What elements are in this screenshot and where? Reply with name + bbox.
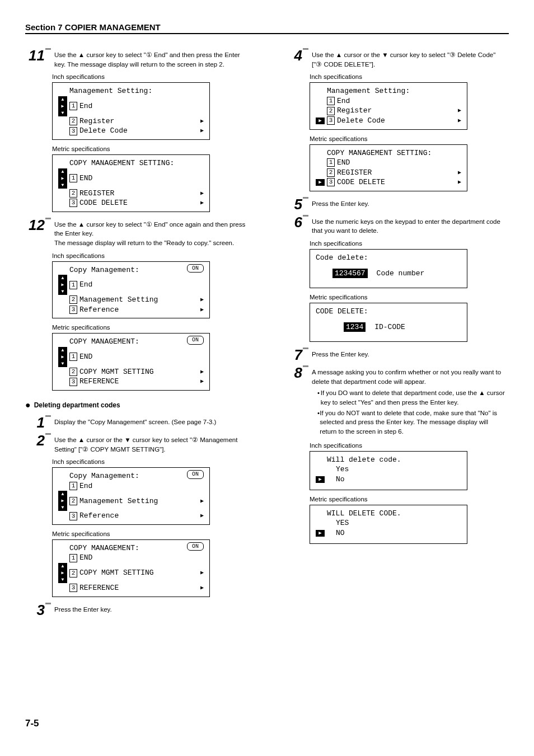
triangle-icon: ▶ xyxy=(200,190,204,198)
spec-label-inch: Inch specifications xyxy=(52,252,249,259)
lcd-title: COPY MANAGEMENT SETTING: xyxy=(327,148,432,158)
step-text-main: A message asking you to confirm whether … xyxy=(312,369,501,385)
step-accent-icon xyxy=(45,603,51,604)
step-8: 8 A message asking you to confirm whethe… xyxy=(283,365,507,438)
lcd-line: No xyxy=(336,475,345,485)
triangle-icon: ▶ xyxy=(200,378,204,386)
step-accent-icon xyxy=(45,218,51,219)
spec-label-inch: Inch specifications xyxy=(310,442,507,449)
lcd-line: END xyxy=(337,158,350,168)
box-1-icon: 1 xyxy=(69,353,77,361)
spec-label-inch: Inch specifications xyxy=(52,73,249,80)
step-text: Use the ▲ cursor key to select "① End" o… xyxy=(54,218,249,248)
lcd-step8-inch: Will delete code. Yes ▶No xyxy=(310,451,467,490)
step-text-1: Use the ▲ cursor key to select "① End" o… xyxy=(54,221,245,237)
step-number: 5 xyxy=(294,197,302,212)
lcd-line: Reference xyxy=(79,305,119,315)
lcd-step4-inch: Management Setting: 1End 2Register▶ ▶3De… xyxy=(310,82,467,129)
spec-label-metric: Metric specifications xyxy=(310,135,507,142)
triangle-icon: ▶ xyxy=(200,368,204,376)
step-number: 7 xyxy=(294,348,302,362)
lcd-line: End xyxy=(79,481,92,491)
box-2-icon: 2 xyxy=(327,107,335,115)
lcd-code-label: ID-CODE xyxy=(374,322,405,332)
lcd-step11-inch: Management Setting: ▲▶▼1End 2Register▶ 3… xyxy=(52,82,210,140)
box-1-icon: 1 xyxy=(69,102,77,110)
box-1-icon: 1 xyxy=(69,554,77,562)
box-3-icon: 3 xyxy=(69,127,77,135)
lcd-line: Register xyxy=(79,116,114,126)
lcd-line: CODE DELETE xyxy=(79,198,128,208)
triangle-icon: ▶ xyxy=(458,169,461,177)
step-4: 4 Use the ▲ cursor or the ▼ cursor key t… xyxy=(283,48,507,69)
step-text: A message asking you to confirm whether … xyxy=(312,365,507,438)
lcd-step2-metric: ON COPY MANAGEMENT: 1END ▲▶▼2COPY MGMT S… xyxy=(52,539,210,597)
lcd-code-label: Code number xyxy=(377,269,425,279)
step-text: Use the ▲ cursor or the ▼ cursor key to … xyxy=(54,433,249,454)
lcd-line: Management Setting xyxy=(79,295,158,305)
subheading-deleting: ●Deleting department codes xyxy=(25,401,249,410)
bullet-2: If you do NOT want to delete that code, … xyxy=(320,408,507,436)
box-3-icon: 3 xyxy=(69,306,77,314)
lcd-line: Yes xyxy=(336,464,349,475)
step-number: 8 xyxy=(294,365,302,380)
lcd-line: Delete Code xyxy=(79,126,128,136)
box-3-icon: 3 xyxy=(69,584,77,592)
subheading-text: Deleting department codes xyxy=(34,401,120,409)
box-2-icon: 2 xyxy=(69,117,77,125)
section-title: Section 7 COPIER MANAGEMENT xyxy=(25,22,509,34)
lcd-line: End xyxy=(337,96,350,106)
lcd-line: CODE DELETE xyxy=(337,177,385,187)
step-6: 6 Use the numeric keys on the keypad to … xyxy=(283,215,507,236)
cursor-icon: ▶ xyxy=(316,476,325,483)
lcd-title: Management Setting: xyxy=(327,86,410,96)
lcd-line: Register xyxy=(337,106,372,116)
step-2: 2 Use the ▲ cursor or the ▼ cursor key t… xyxy=(25,433,249,454)
lcd-line: END xyxy=(79,553,92,563)
triangle-icon: ▶ xyxy=(200,512,204,520)
step-text: Press the Enter key. xyxy=(312,197,507,209)
spec-label-metric: Metric specifications xyxy=(52,145,249,152)
step-accent-icon xyxy=(45,433,51,435)
on-badge: ON xyxy=(187,542,204,551)
step-text: Press the Enter key. xyxy=(312,348,507,359)
on-badge: ON xyxy=(187,470,204,479)
lcd-line: YES xyxy=(336,518,349,528)
box-1-icon: 1 xyxy=(69,281,77,289)
triangle-icon: ▶ xyxy=(200,569,204,577)
step-accent-icon xyxy=(303,348,308,349)
on-badge: ON xyxy=(187,264,204,273)
box-2-icon: 2 xyxy=(327,168,335,177)
cursor-icon: ▲▶▼ xyxy=(58,168,67,189)
lcd-title: Management Setting: xyxy=(69,86,152,96)
cursor-icon: ▲▶▼ xyxy=(58,491,67,511)
step-accent-icon xyxy=(303,48,308,50)
step-text: Use the ▲ cursor or the ▼ cursor key to … xyxy=(312,48,507,69)
box-3-icon: 3 xyxy=(69,378,77,386)
step-7: 7 Press the Enter key. xyxy=(283,348,507,362)
step-text: Use the ▲ cursor key to select "① End" a… xyxy=(54,48,249,69)
triangle-icon: ▶ xyxy=(458,107,461,115)
lcd-step2-inch: ON Copy Management: 1End ▲▶▼2Management … xyxy=(52,467,210,525)
lcd-title: Copy Management: xyxy=(69,471,139,481)
cursor-icon: ▲▶▼ xyxy=(58,275,67,295)
lcd-title: COPY MANAGEMENT: xyxy=(69,543,139,553)
triangle-icon: ▶ xyxy=(200,118,204,125)
triangle-icon: ▶ xyxy=(458,179,461,186)
box-2-icon: 2 xyxy=(69,569,77,577)
step-number: 1 xyxy=(37,415,45,430)
step-text-2: The message display will return to the "… xyxy=(54,240,234,246)
step-number: 11 xyxy=(29,48,45,63)
triangle-icon: ▶ xyxy=(200,497,204,505)
lcd-title: COPY MANAGEMENT SETTING: xyxy=(69,158,174,168)
lcd-step4-metric: COPY MANAGEMENT SETTING: 1END 2REGISTER▶… xyxy=(310,144,467,191)
box-2-icon: 2 xyxy=(69,189,77,198)
triangle-icon: ▶ xyxy=(200,127,204,135)
lcd-code-value: 1234567 xyxy=(332,269,368,279)
lcd-title: WILL DELETE CODE. xyxy=(327,509,401,519)
step-text: Display the "Copy Management" screen. (S… xyxy=(54,415,249,427)
box-3-icon: 3 xyxy=(69,512,77,520)
step-1: 1 Display the "Copy Management" screen. … xyxy=(25,415,249,430)
spec-label-metric: Metric specifications xyxy=(310,496,507,503)
spec-label-metric: Metric specifications xyxy=(310,294,507,300)
